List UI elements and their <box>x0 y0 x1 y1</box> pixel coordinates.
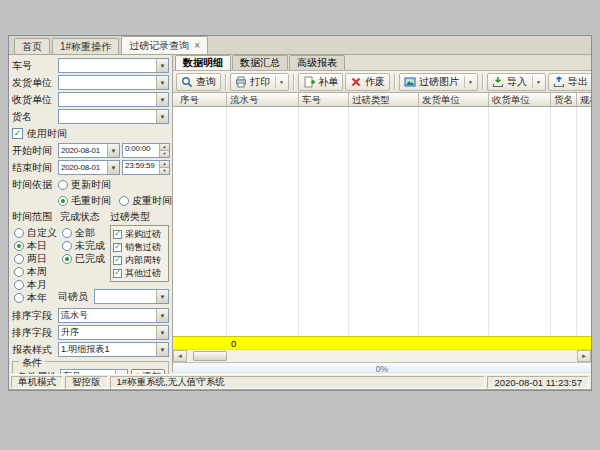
grid-body[interactable] <box>173 107 591 336</box>
use-time-checkbox[interactable]: ✓ <box>12 128 23 139</box>
end-time-value: 23:59:59 <box>123 161 159 174</box>
chevron-down-icon[interactable]: ▼ <box>156 76 168 89</box>
check-icon: ✓ <box>114 243 121 251</box>
void-button[interactable]: 作废 <box>345 73 390 91</box>
document-tab-bar: 首页 1#称重操作 过磅记录查询 × <box>9 36 591 55</box>
goods-select[interactable]: ▼ <box>58 109 169 124</box>
import-button[interactable]: 导入 ▼ <box>487 73 546 91</box>
radio-this-year[interactable]: 本年 <box>14 292 60 303</box>
import-button-label: 导入 <box>507 75 527 89</box>
weigh-photos-button[interactable]: 过磅图片 ▼ <box>399 73 478 91</box>
column-header-index[interactable]: 序号 <box>177 93 227 106</box>
report-style-select[interactable]: 1.明细报表1 ▼ <box>58 342 169 357</box>
chevron-down-icon[interactable]: ▼ <box>107 144 119 157</box>
add-condition-button[interactable]: + 添加 <box>131 369 165 374</box>
chevron-down-icon[interactable]: ▼ <box>464 76 473 88</box>
print-button[interactable]: 打印 ▼ <box>230 73 289 91</box>
radio-custom-range[interactable]: 自定义 <box>14 227 60 238</box>
spin-down-icon[interactable]: ▼ <box>160 151 169 157</box>
time-basis-label: 时间依据 <box>12 178 58 192</box>
scrollbar-track[interactable] <box>187 350 577 362</box>
radio-today[interactable]: 本日 <box>14 240 60 251</box>
condition-attr-label: 条件属性 <box>16 370 60 375</box>
toolbar-separator <box>394 74 395 90</box>
grid-column <box>489 107 551 336</box>
scroll-left-icon[interactable]: ◄ <box>173 350 187 362</box>
end-time-row: 结束时间 2020-08-01 ▼ 23:59:59 ▲ ▼ <box>12 160 169 175</box>
chevron-down-icon[interactable]: ▼ <box>156 326 168 339</box>
chevron-down-icon[interactable]: ▼ <box>156 59 168 72</box>
radio-this-week-label: 本周 <box>27 265 47 279</box>
radio-update-time[interactable]: 更新时间 <box>58 178 111 192</box>
radio-tare-time[interactable]: 皮重时间 <box>119 194 172 208</box>
column-header-shipper[interactable]: 发货单位 <box>419 93 489 106</box>
spin-up-icon[interactable]: ▲ <box>160 144 169 151</box>
column-header-serial[interactable]: 流水号 <box>227 93 299 106</box>
chevron-down-icon[interactable]: ▼ <box>115 370 127 374</box>
sort-field-select[interactable]: 流水号 ▼ <box>58 308 169 323</box>
radio-icon <box>14 228 24 238</box>
radio-icon <box>14 280 24 290</box>
tab-data-summary[interactable]: 数据汇总 <box>232 55 288 70</box>
radio-unfinished[interactable]: 未完成 <box>62 240 108 251</box>
chevron-down-icon[interactable]: ▼ <box>275 76 284 88</box>
chevron-down-icon[interactable]: ▼ <box>107 161 119 174</box>
scroll-right-icon[interactable]: ► <box>577 350 591 362</box>
scrollbar-thumb[interactable] <box>193 351 227 361</box>
chevron-down-icon[interactable]: ▼ <box>532 76 541 88</box>
query-button[interactable]: 查询 <box>176 73 221 91</box>
radio-this-year-label: 本年 <box>27 291 47 305</box>
tab-weigh-record-query-label: 过磅记录查询 <box>129 39 189 53</box>
grid-header: 序号 流水号 车号 过磅类型 发货单位 收货单位 货名 规格 <box>173 93 591 107</box>
start-date-picker[interactable]: 2020-08-01 ▼ <box>58 143 120 158</box>
supplement-button[interactable]: 补单 <box>298 73 343 91</box>
radio-this-week[interactable]: 本周 <box>14 266 60 277</box>
chevron-down-icon[interactable]: ▼ <box>156 343 168 356</box>
radio-all[interactable]: 全部 <box>62 227 108 238</box>
chevron-down-icon[interactable]: ▼ <box>156 93 168 106</box>
horizontal-scrollbar[interactable]: ◄ ► <box>173 349 591 362</box>
export-button-label: 导出 <box>568 75 588 89</box>
column-header-spec[interactable]: 规格 <box>577 93 591 106</box>
column-header-vehicle[interactable]: 车号 <box>299 93 349 106</box>
end-date-value: 2020-08-01 <box>59 163 107 172</box>
chevron-down-icon[interactable]: ▼ <box>156 309 168 322</box>
vehicle-select[interactable]: ▼ <box>58 58 169 73</box>
radio-gross-time[interactable]: 毛重时间 <box>58 194 111 208</box>
tab-home[interactable]: 首页 <box>14 38 50 54</box>
radio-two-days[interactable]: 两日 <box>14 253 60 264</box>
radio-this-month[interactable]: 本月 <box>14 279 60 290</box>
chevron-down-icon[interactable]: ▼ <box>156 110 168 123</box>
toolbar-separator <box>225 74 226 90</box>
sort-order-select[interactable]: 升序 ▼ <box>58 325 169 340</box>
checkbox-other-weigh[interactable]: ✓ 其他过磅 <box>113 267 166 279</box>
checkbox-internal-transfer[interactable]: ✓ 内部周转 <box>113 254 166 266</box>
start-time-spinner[interactable]: 0:00:00 ▲ ▼ <box>122 143 170 158</box>
close-tab-icon[interactable]: × <box>194 41 200 51</box>
spin-down-icon[interactable]: ▼ <box>160 168 169 174</box>
spin-up-icon[interactable]: ▲ <box>160 161 169 168</box>
radio-finished[interactable]: 已完成 <box>62 253 108 264</box>
shipper-select[interactable]: ▼ <box>58 75 169 90</box>
sort-order-label: 排序字段 <box>12 326 58 340</box>
export-button[interactable]: 导出 ▼ <box>548 73 591 91</box>
checkbox-sales-weigh[interactable]: ✓ 销售过磅 <box>113 241 166 253</box>
tab-weigh-record-query[interactable]: 过磅记录查询 × <box>121 36 208 54</box>
column-header-goods[interactable]: 货名 <box>551 93 577 106</box>
report-style-label: 报表样式 <box>12 343 58 357</box>
end-date-picker[interactable]: 2020-08-01 ▼ <box>58 160 120 175</box>
column-header-receiver[interactable]: 收货单位 <box>489 93 551 106</box>
column-header-weigh-type[interactable]: 过磅类型 <box>349 93 419 106</box>
checkbox-purchase-weigh[interactable]: ✓ 采购过磅 <box>113 228 166 240</box>
condition-attr-select[interactable]: 车号 ▼ <box>60 369 128 374</box>
import-arrow-icon <box>492 76 504 88</box>
chevron-down-icon[interactable]: ▼ <box>156 290 168 303</box>
plus-icon: + <box>135 372 140 374</box>
weigher-select[interactable]: ▼ <box>94 289 169 304</box>
weigh-type-label: 过磅类型 <box>110 210 169 224</box>
end-time-spinner[interactable]: 23:59:59 ▲ ▼ <box>122 160 170 175</box>
receiver-select[interactable]: ▼ <box>58 92 169 107</box>
tab-data-detail[interactable]: 数据明细 <box>175 55 231 70</box>
tab-weigh-operation[interactable]: 1#称重操作 <box>52 38 119 54</box>
tab-advanced-report[interactable]: 高级报表 <box>289 55 345 70</box>
